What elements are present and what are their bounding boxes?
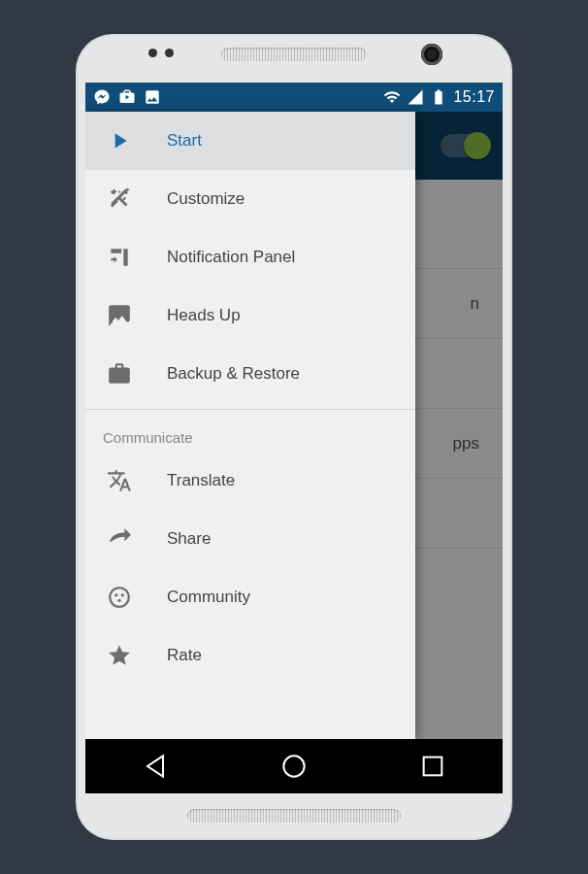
navigation-drawer: StartCustomizeNotification PanelHeads Up… xyxy=(85,112,415,739)
drawer-item-rate[interactable]: Rate xyxy=(85,626,415,685)
play-icon xyxy=(107,128,132,153)
drawer-item-translate[interactable]: Translate xyxy=(85,452,415,510)
drawer-item-label: Share xyxy=(167,529,211,549)
drawer-item-label: Customize xyxy=(167,189,245,209)
phone-frame: 15:17 npps StartCustomizeNotification Pa… xyxy=(76,34,512,840)
drawer-item-label: Start xyxy=(167,131,202,151)
messenger-icon xyxy=(93,88,111,106)
drawer-item-label: Heads Up xyxy=(167,306,241,325)
drawer-item-label: Community xyxy=(167,588,250,607)
drawer-item-label: Backup & Restore xyxy=(167,364,300,384)
image-notification-icon xyxy=(144,88,161,106)
drawer-item-share[interactable]: Share xyxy=(85,510,415,568)
status-bar: 15:17 xyxy=(85,83,503,112)
status-time: 15:17 xyxy=(453,88,495,106)
app-content: npps StartCustomizeNotification PanelHea… xyxy=(85,112,503,739)
drawer-item-notification-panel[interactable]: Notification Panel xyxy=(85,228,415,286)
nav-recent-button[interactable] xyxy=(417,751,448,782)
signal-icon xyxy=(407,88,424,106)
drawer-item-label: Rate xyxy=(167,646,202,665)
svg-point-3 xyxy=(283,756,304,776)
message-icon xyxy=(107,303,132,328)
drawer-item-backup-restore[interactable]: Backup & Restore xyxy=(85,345,415,403)
briefcase-icon xyxy=(107,361,132,387)
drawer-divider xyxy=(85,409,415,410)
wand-icon xyxy=(107,186,132,212)
svg-point-2 xyxy=(117,599,120,602)
star-icon xyxy=(107,643,132,668)
drawer-item-heads-up[interactable]: Heads Up xyxy=(85,286,415,345)
nav-home-button[interactable] xyxy=(278,751,310,782)
translate-icon xyxy=(107,468,132,493)
svg-point-1 xyxy=(121,593,124,596)
drawer-item-label: Translate xyxy=(167,471,235,490)
android-navbar xyxy=(85,739,503,793)
drawer-section-header: Communicate xyxy=(85,416,415,452)
playstore-icon xyxy=(118,88,136,106)
wifi-icon xyxy=(383,88,401,106)
drawer-item-start[interactable]: Start xyxy=(85,112,415,170)
svg-point-0 xyxy=(114,593,117,596)
screen: 15:17 npps StartCustomizeNotification Pa… xyxy=(85,83,503,793)
community-icon xyxy=(107,585,132,610)
drawer-item-customize[interactable]: Customize xyxy=(85,170,415,228)
svg-rect-4 xyxy=(424,757,442,776)
share-icon xyxy=(107,526,132,552)
drawer-item-community[interactable]: Community xyxy=(85,568,415,626)
nav-back-button[interactable] xyxy=(140,751,171,782)
panel-icon xyxy=(107,245,132,270)
drawer-item-label: Notification Panel xyxy=(167,248,295,267)
battery-icon xyxy=(430,88,447,106)
